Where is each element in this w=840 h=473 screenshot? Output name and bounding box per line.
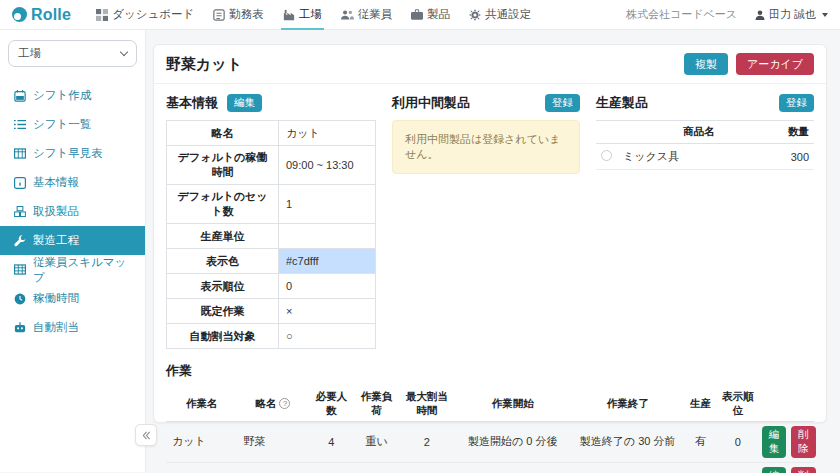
nav-item-settings[interactable]: 共通設定 [467,0,533,30]
column-header-product-name: 商品名 [618,121,780,144]
sidebar-item-label: シフト作成 [33,88,91,103]
tasks-section: 作業 作業名 略名? 必要人数 作業負荷 最大割当時間 [166,362,814,473]
nav-item-products[interactable]: 製品 [409,0,452,30]
double-chevron-left-icon [142,431,151,440]
clock-icon [14,293,26,305]
table-row: 自動割当対象○ [167,324,376,349]
rolle-logo-icon [12,7,27,22]
person-icon [755,10,765,20]
column-header: 略名? [237,387,308,422]
product-qty: 300 [780,144,814,170]
user-name: 田力 誠也 [769,7,816,22]
sidebar-item-basic-info[interactable]: 基本情報 [6,168,139,197]
sidebar-item-shift-quick-table[interactable]: シフト早見表 [6,139,139,168]
gear-icon [469,9,481,21]
intermediate-heading: 利用中間製品 [392,94,470,112]
factory-select-label: 工場 [18,46,41,61]
nav-item-factory[interactable]: 工場 [281,0,324,30]
sidebar-item-skill-map[interactable]: 従業員スキルマップ [6,255,139,284]
intermediate-empty-alert: 利用中間製品は登録されていません。 [392,120,580,174]
column-header: 最大割当時間 [399,387,454,422]
sidebar-item-shift-create[interactable]: シフト作成 [6,81,139,110]
brand-name: Rolle [31,6,71,24]
nav-item-employees[interactable]: 従業員 [339,0,395,30]
column-header: 作業開始 [454,387,571,422]
column-header: 表示順位 [717,387,759,422]
basic-info-heading: 基本情報 [166,94,218,112]
wrench-icon [14,235,26,247]
register-intermediate-button[interactable]: 登録 [545,94,580,112]
dashboard-icon [96,9,108,21]
duplicate-button[interactable]: 複製 [684,53,728,75]
sidebar-item-manufacturing-process[interactable]: 製造工程 [0,226,145,255]
tasks-heading: 作業 [166,362,814,380]
user-menu[interactable]: 田力 誠也 [755,7,828,22]
sidebar-item-handled-products[interactable]: 取扱製品 [6,197,139,226]
sidebar: 工場 シフト作成 シフト一覧 シフト早見表 基本情報 取扱製品 製造工程 [0,30,146,472]
timesheet-icon [213,9,225,21]
sidebar-collapse-button[interactable] [135,424,157,446]
table-row: ミックス具 300 [596,144,814,170]
brand[interactable]: Rolle [12,6,71,24]
nav-label: 工場 [299,7,322,22]
delete-task-button[interactable]: 削除 [791,467,816,473]
archive-button[interactable]: アーカイブ [736,53,814,75]
sidebar-item-shift-list[interactable]: シフト一覧 [6,110,139,139]
grid-table-icon [14,264,26,275]
table-row: 既定作業× [167,299,376,324]
sidebar-item-label: 従業員スキルマップ [33,255,131,285]
nav-item-timesheet[interactable]: 勤務表 [211,0,266,30]
table-row: 表示順位0 [167,274,376,299]
nav-item-dashboard[interactable]: ダッシュボード [94,0,196,30]
column-header: 作業名 [166,387,237,422]
table-row: カット 野菜 4 重い 2 製造開始の 0 分後 製造終了の 30 分前 有 0 [166,422,814,462]
nav-label: 製品 [427,7,450,22]
product-radio[interactable] [601,150,612,161]
sidebar-item-auto-assign[interactable]: 自動割当 [6,313,139,342]
table-row: 表示色#c7dfff [167,249,376,274]
nav-label: 勤務表 [229,7,264,22]
edit-task-button[interactable]: 編集 [762,426,787,457]
table-icon [14,148,26,159]
factory-icon [283,9,295,21]
column-header: 生産 [684,387,716,422]
nav-label: ダッシュボード [112,7,194,22]
sidebar-item-label: シフト早見表 [33,146,103,161]
boxes-icon [14,206,26,217]
products-icon [411,9,423,20]
sidebar-item-label: 自動割当 [33,320,79,335]
tasks-table: 作業名 略名? 必要人数 作業負荷 最大割当時間 作業開始 作業終了 生産 表示… [166,387,814,473]
factory-select[interactable]: 工場 [8,40,137,67]
top-navbar: Rolle ダッシュボード 勤務表 工場 従業員 製品 共通設定 株式会社コード… [0,0,840,30]
table-row: 機械清掃 片付 1 普通 1 製造終了の 30 分前 製造終了の 0 分前 無 … [166,462,814,473]
page-title: 野菜カット [166,55,242,74]
info-icon [14,177,26,189]
nav-label: 従業員 [358,7,393,22]
nav-label: 共通設定 [485,7,531,22]
sidebar-item-operating-hours[interactable]: 稼働時間 [6,284,139,313]
intermediate-products-section: 利用中間製品 登録 利用中間製品は登録されていません。 [392,94,580,349]
process-detail-card: 野菜カット 複製 アーカイブ 基本情報 編集 略名カット [153,44,827,423]
edit-task-button[interactable]: 編集 [762,467,787,473]
production-products-table: 商品名 数量 ミックス具 300 [596,120,814,170]
column-header: 作業終了 [571,387,684,422]
sidebar-item-label: 製造工程 [33,233,79,248]
table-row: デフォルトの稼働時間09:00 ~ 13:30 [167,146,376,185]
sidebar-item-label: シフト一覧 [33,117,91,132]
basic-info-table: 略名カット デフォルトの稼働時間09:00 ~ 13:30 デフォルトのセット数… [166,120,376,349]
sidebar-item-label: 取扱製品 [33,204,79,219]
table-row: デフォルトのセット数1 [167,185,376,224]
company-name: 株式会社コードベース [626,7,737,22]
edit-basic-info-button[interactable]: 編集 [227,94,262,112]
list-icon [14,119,26,130]
display-color-swatch-cell: #c7dfff [279,249,376,274]
chevron-down-icon [120,48,128,56]
robot-icon [14,322,26,333]
column-header: 作業負荷 [354,387,399,422]
sidebar-item-label: 基本情報 [33,175,79,190]
delete-task-button[interactable]: 削除 [791,426,816,457]
table-row: 生産単位 [167,224,376,249]
register-product-button[interactable]: 登録 [779,94,814,112]
column-header: 必要人数 [309,387,354,422]
help-icon[interactable]: ? [279,398,290,409]
